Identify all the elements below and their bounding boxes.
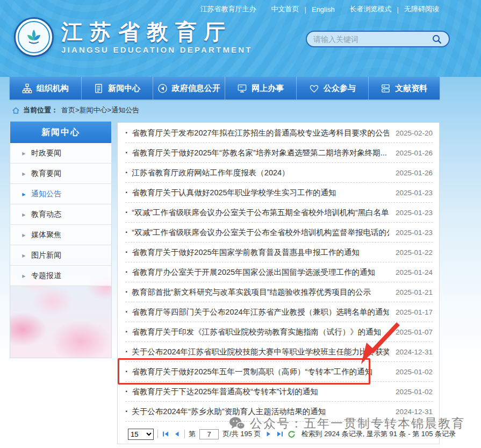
elder-mode-link[interactable]: 长者浏览模式 [350, 4, 392, 14]
heart-icon [309, 83, 319, 94]
nav-item-documents[interactable]: 文献资料 [369, 77, 440, 99]
list-item[interactable]: ·省教育厅关于发布2027年拟在江苏招生的普通高校专业选考科目要求的公告2025… [125, 123, 433, 143]
notice-title-link[interactable]: 省教育厅关于下达2025年普通高校“专转本”计划的通知 [132, 387, 389, 397]
list-item[interactable]: ·省教育厅关于做好2025年“苏教名家”培养对象遴选暨第二期培养对象终期...2… [125, 143, 433, 163]
nav-item-gov-info[interactable]: 政府信息公开 [153, 77, 225, 99]
notice-title-link[interactable]: “双减”工作省级联席会议办公室关于公布第五期全省校外培训机构“黑白名单... [132, 208, 389, 218]
news-doc-icon [94, 83, 104, 94]
list-item[interactable]: ·教育部首批“新文科研究与改革实践项目”结题验收推荐优秀项目的公示2025-01… [125, 282, 433, 302]
notice-title-link[interactable]: 关于公布2024年江苏省职业院校技能大赛中等职业学校班主任能力比赛获奖 [132, 347, 389, 357]
notice-title-link[interactable]: 省教育厅关于做好2025年“苏教名家”培养对象遴选暨第二期培养对象终期... [132, 148, 389, 158]
nav-label: 组织机构 [37, 83, 69, 94]
nav-label: 政府信息公开 [172, 83, 220, 94]
breadcrumb-label: 当前位置： [23, 105, 58, 115]
first-page-button[interactable] [162, 430, 169, 438]
list-item[interactable]: ·省教育厅关于做好2025年五年一贯制高职（高师）“专转本”工作的通知2025-… [125, 362, 433, 382]
english-link[interactable]: English [312, 5, 335, 13]
refresh-button[interactable] [288, 430, 296, 438]
notice-date: 2025-01-26 [396, 149, 433, 157]
list-item[interactable]: ·关于公布2024年江苏省职业院校技能大赛中等职业学校班主任能力比赛获奖2024… [125, 342, 433, 362]
sidebar-item[interactable]: ▶通知公告 [10, 184, 111, 204]
notice-title-link[interactable]: 教育部首批“新文科研究与改革实践项目”结题验收推荐优秀项目的公示 [132, 287, 389, 297]
list-item[interactable]: ·关于公布2024年“苏乡永助”资助育人主题活动结果的通知2024-12-31 [125, 402, 433, 422]
arrow-icon: ▶ [22, 253, 25, 258]
logo-row: 江苏省教育厅 JIANGSU EDUCATION DEPARTMENT [14, 17, 253, 57]
notice-date: 2025-01-26 [396, 169, 433, 177]
sidebar-item[interactable]: ▶教育要闻 [10, 163, 111, 184]
host-link[interactable]: 江苏省教育厅主办 [200, 4, 256, 14]
prev-page-button[interactable] [173, 430, 181, 438]
notice-title-link[interactable]: 省教育厅办公室关于开展2025年国家公派出国留学选派受理工作的通知 [132, 267, 389, 278]
notice-title-link[interactable]: “双减”工作省级联席会议办公室关于公布全省校外培训机构监督举报电话的公... [132, 227, 389, 238]
nav-label: 新闻中心 [108, 83, 140, 94]
search-icon[interactable] [432, 34, 442, 45]
sidebar-item[interactable]: ▶专题报道 [10, 266, 111, 286]
page-size-select[interactable]: 15 [128, 429, 154, 440]
divider: | [397, 5, 399, 13]
arrow-icon: ▶ [22, 191, 25, 196]
bullet-icon: · [125, 148, 128, 158]
list-item[interactable]: ·省教育厅关于印发《江苏省职业院校劳动教育实施指南（试行）》的通知2025-01… [125, 322, 433, 342]
sidebar-items: ▶时政要闻▶教育要闻▶通知公告▶教育动态▶媒体聚焦▶图片新闻▶专题报道 [10, 143, 111, 286]
notice-title-link[interactable]: 省教育厅关于做好2025年国家学前教育普及普惠县申报工作的通知 [132, 247, 389, 258]
notice-date: 2025-02-20 [396, 129, 433, 137]
notice-title-link[interactable]: 江苏省教育厅政府网站工作年度报表（2024） [132, 168, 389, 178]
last-page-button[interactable] [276, 430, 284, 438]
breadcrumb-path[interactable]: 首页>新闻中心>通知公告 [61, 105, 139, 115]
search-input[interactable] [313, 35, 427, 44]
sidebar: 新闻中心 ▶时政要闻▶教育要闻▶通知公告▶教育动态▶媒体聚焦▶图片新闻▶专题报道 [10, 122, 112, 358]
sidebar-item[interactable]: ▶图片新闻 [10, 245, 111, 266]
notice-title-link[interactable]: 省教育厅关于发布2027年拟在江苏招生的普通高校专业选考科目要求的公告 [132, 128, 389, 138]
list-item[interactable]: ·“双减”工作省级联席会议办公室关于公布全省校外培训机构监督举报电话的公...2… [125, 223, 433, 243]
notice-title-link[interactable]: 省教育厅关于做好2025年五年一贯制高职（高师）“专转本”工作的通知 [132, 367, 389, 377]
nav-label: 公众参与 [324, 83, 356, 94]
pagination-bar: 15 第 页/共 195 页 检索到 2924 条记录, 显示第 91 条 - … [128, 428, 456, 440]
notice-date: 2025-01-02 [396, 388, 433, 396]
divider [184, 430, 185, 438]
list-item[interactable]: ·省教育厅等四部门关于公布2024年江苏省产业教授（兼职）选聘名单的通知2025… [125, 302, 433, 322]
site-title: 江苏省教育厅 [61, 20, 253, 43]
page-prefix: 第 [189, 429, 196, 439]
sidebar-item[interactable]: ▶时政要闻 [10, 143, 111, 163]
monitor-icon [237, 83, 247, 94]
breadcrumb: 当前位置： 首页>新闻中心>通知公告 [12, 105, 139, 115]
divider: | [305, 5, 306, 13]
page-number-input[interactable] [199, 429, 219, 439]
notice-date: 2025-01-23 [396, 189, 433, 197]
sidebar-title: 新闻中心 [10, 122, 111, 143]
nav-item-public-participation[interactable]: 公众参与 [297, 77, 369, 99]
next-page-icon [265, 430, 272, 438]
first-page-icon [162, 430, 169, 438]
bullet-icon: · [125, 307, 128, 317]
notice-title-link[interactable]: 关于公布2024年“苏乡永助”资助育人主题活动结果的通知 [132, 407, 389, 417]
nav-item-news-center[interactable]: 新闻中心 [82, 77, 154, 99]
list-item[interactable]: ·省教育厅关于认真做好2025年职业学校学生实习工作的通知2025-01-23 [125, 183, 433, 203]
sidebar-item[interactable]: ▶教育动态 [10, 204, 111, 225]
notice-title-link[interactable]: 省教育厅关于认真做好2025年职业学校学生实习工作的通知 [132, 188, 389, 198]
bullet-icon: · [125, 227, 128, 237]
nav-item-online-services[interactable]: 网上办事 [225, 77, 297, 99]
list-item[interactable]: ·省教育厅关于做好2025年国家学前教育普及普惠县申报工作的通知2025-01-… [125, 243, 433, 262]
bullet-icon: · [125, 367, 128, 376]
home-icon [12, 106, 20, 115]
list-item[interactable]: ·省教育厅办公室关于开展2025年国家公派出国留学选派受理工作的通知2025-0… [125, 262, 433, 282]
notice-date: 2025-01-17 [396, 308, 433, 316]
bullet-icon: · [125, 327, 128, 337]
sidebar-item[interactable]: ▶媒体聚焦 [10, 225, 111, 245]
nav-item-organization[interactable]: 组织机构 [10, 77, 82, 99]
list-item[interactable]: ·“双减”工作省级联席会议办公室关于公布第五期全省校外培训机构“黑白名单...2… [125, 203, 433, 223]
notice-title-link[interactable]: 省教育厅等四部门关于公布2024年江苏省产业教授（兼职）选聘名单的通知 [132, 307, 389, 317]
department-logo-icon [14, 17, 54, 57]
notice-date: 2025-01-07 [396, 328, 433, 336]
accessibility-link[interactable]: 无障碍阅读 [404, 4, 439, 14]
list-item[interactable]: ·江苏省教育厅政府网站工作年度报表（2024）2025-01-26 [125, 163, 433, 183]
site-subtitle: JIANGSU EDUCATION DEPARTMENT [61, 45, 253, 54]
chinese-home-link[interactable]: 中文首页 [271, 4, 299, 14]
arrow-icon: ▶ [22, 171, 25, 176]
notice-title-link[interactable]: 省教育厅关于印发《江苏省职业院校劳动教育实施指南（试行）》的通知 [132, 327, 389, 337]
arrow-icon: ▶ [22, 273, 25, 278]
bullet-icon: · [125, 287, 128, 297]
next-page-button[interactable] [265, 430, 272, 438]
bullet-icon: · [125, 267, 128, 277]
list-item[interactable]: ·省教育厅关于下达2025年普通高校“专转本”计划的通知2025-01-02 [125, 382, 433, 402]
